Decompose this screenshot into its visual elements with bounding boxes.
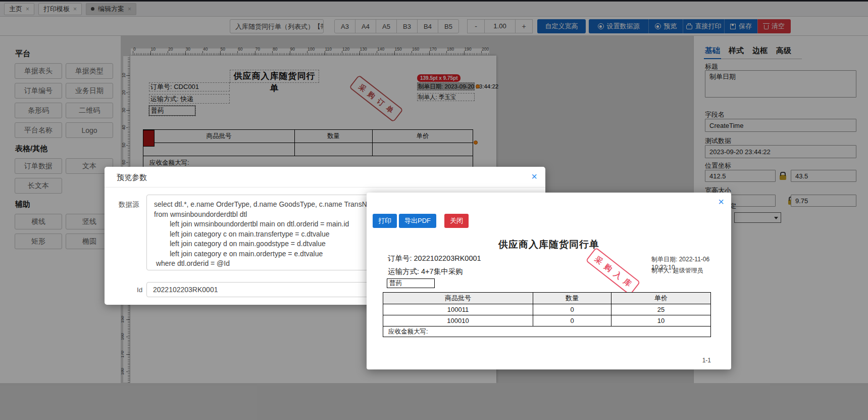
close-preview-button[interactable]: 关闭 bbox=[444, 214, 469, 228]
datasource-label: 数据源 bbox=[119, 200, 139, 209]
print-preview-modal: × 打印 导出PDF 关闭 供应商入库随货同行单 订单号: 2022102203… bbox=[367, 193, 731, 369]
preview-order-no: 订单号: 2022102203RK0001 bbox=[388, 254, 481, 263]
inbound-stamp: 采购入库 bbox=[585, 247, 640, 296]
preview-page-number: 1-1 bbox=[702, 357, 711, 364]
preview-table-header: 商品批号 数量 单价 bbox=[383, 293, 710, 304]
modal-title: 预览参数 bbox=[117, 173, 147, 182]
preview-transport: 运输方式: 4+7集中采购 bbox=[388, 267, 463, 276]
id-label: Id bbox=[137, 286, 142, 294]
modal-close-icon[interactable]: × bbox=[718, 197, 724, 207]
preview-creator: 制单人: 超级管理员 bbox=[651, 266, 703, 275]
modal-close-icon[interactable]: × bbox=[531, 171, 537, 181]
preview-table: 商品批号 数量 单价 100011 0 25 100010 0 10 应收金额大… bbox=[383, 292, 711, 337]
preview-table-row: 100011 0 25 bbox=[383, 304, 710, 315]
preview-table-row: 100010 0 10 bbox=[383, 315, 710, 326]
preview-drug-type: 普药 bbox=[387, 278, 435, 288]
print-button[interactable]: 打印 bbox=[373, 214, 397, 228]
modal-header bbox=[105, 167, 545, 188]
preview-doc-title: 供应商入库随货同行单 bbox=[367, 238, 731, 251]
export-pdf-button[interactable]: 导出PDF bbox=[399, 214, 436, 228]
preview-amount-in-words: 应收金额大写: bbox=[383, 326, 710, 337]
app-window: 主页 × 打印模板 × 编辑方案 × 入库随货同行单（列表式）【带 A3 A4 … bbox=[0, 0, 868, 420]
